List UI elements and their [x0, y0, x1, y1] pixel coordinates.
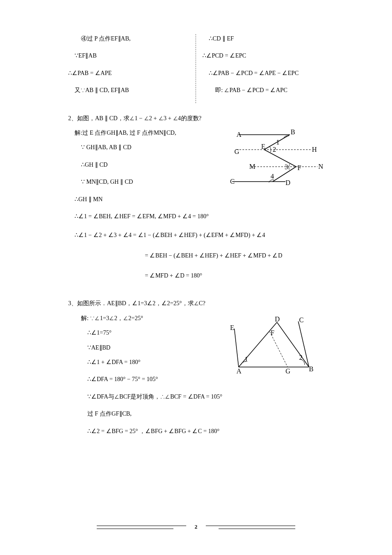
p3-s6: ∵∠DFA与∠BCF是对顶角，∴∠BCF = ∠DFA = 105° [68, 392, 324, 402]
label-2: 2 [273, 146, 276, 153]
label-F: F [297, 164, 301, 171]
label-B: B [291, 128, 295, 136]
label-M: M [249, 163, 255, 170]
p3-s8: ∴∠2 = ∠BFG = 25° ，∠BFG + ∠BFG + ∠C = 180… [68, 427, 324, 436]
top-r-1: ∴CD ∥ EF [202, 34, 324, 43]
label-3: 3 [285, 163, 288, 171]
p2-s9: = ∠MFD + ∠D = 180° [68, 271, 324, 280]
label-n1: 1 [245, 356, 248, 363]
label-4: 4 [271, 173, 274, 180]
top-r-4: 即: ∠PAB − ∠PCD = ∠APC [202, 86, 324, 95]
label-C: C [299, 316, 304, 324]
label-E: E [261, 143, 265, 150]
label-n2: 2 [299, 354, 303, 361]
top-continuation: ④过 P 点作EF∥AB, ∵EF∥AB ∴∠PAB = ∠APE 又∵AB ∥… [68, 34, 324, 103]
label-1: 1 [276, 139, 280, 146]
svg-line-14 [270, 332, 288, 367]
col-right: ∴CD ∥ EF ∴∠PCD = ∠EPC ∴∠PAB − ∠PCD = ∠AP… [196, 34, 324, 103]
top-r-3: ∴∠PAB − ∠PCD = ∠APE − ∠EPC [202, 69, 324, 78]
label-F: F [271, 329, 274, 336]
p2-s6: ∴∠1 = ∠BEH, ∠HEF = ∠EFM, ∠MFD + ∠4 = 180… [68, 212, 324, 221]
triangle-diagram: A B C D E F G 1 2 [226, 314, 324, 378]
diagram-problem-3: A B C D E F G 1 2 [226, 314, 324, 381]
label-B: B [309, 365, 314, 373]
footer-left-lines [97, 526, 186, 529]
top-l-1: ④过 P 点作EF∥AB, [68, 34, 189, 43]
label-G: G [234, 148, 239, 155]
p2-s8: = ∠BEH − (∠BEH + ∠HEF) + ∠HEF + ∠MFD + ∠… [68, 251, 324, 260]
p2-s7: ∴∠1 − ∠2 + ∠3 + ∠4 = ∠1 − (∠BEH + ∠HEF) … [68, 231, 324, 240]
label-N: N [318, 163, 323, 170]
top-l-3: ∴∠PAB = ∠APE [68, 69, 189, 78]
label-E: E [230, 324, 234, 331]
svg-line-9 [234, 329, 239, 367]
label-A: A [236, 367, 242, 375]
label-D: D [285, 179, 291, 186]
diagram-problem-2: A B G E H M F N C D 1 2 3 4 [230, 128, 324, 191]
svg-line-4 [264, 150, 296, 167]
svg-line-12 [277, 322, 309, 367]
page-number: 2 [195, 523, 198, 532]
label-G: G [285, 367, 291, 375]
problem-3-title: 3、如图所示．AE∥BD，∠1=3∠2，∠2=25°，求∠C? [68, 299, 324, 308]
problem-3-body: A B C D E F G 1 2 解: ∵∠1=3∠2，∠2=25° ∴∠1=… [68, 314, 324, 441]
top-l-2: ∵EF∥AB [68, 51, 189, 61]
problem-2-title: 2、如图，AB ∥ CD，求∠1 − ∠2 + ∠3 + ∠4的度数? [68, 114, 324, 123]
problem-2-body: A B G E H M F N C D 1 2 3 4 解:过 E 点作GH∥A… [68, 128, 324, 292]
top-l-4: 又∵AB ∥ CD, EF∥AB [68, 86, 189, 95]
p3-s7: 过 F 点作GF∥CB, [68, 409, 324, 419]
label-D: D [275, 315, 280, 323]
top-r-2: ∴∠PCD = ∠EPC [202, 51, 324, 61]
col-left: ④过 P 点作EF∥AB, ∵EF∥AB ∴∠PAB = ∠APE 又∵AB ∥… [68, 34, 196, 103]
zigzag-diagram: A B G E H M F N C D 1 2 3 4 [230, 128, 324, 188]
p2-s5: ∴GH ∥ MN [68, 195, 324, 204]
page-footer: 2 [0, 523, 392, 532]
footer-right-lines [206, 526, 295, 529]
label-C: C [230, 178, 235, 185]
label-A: A [236, 131, 242, 138]
label-H: H [312, 146, 317, 153]
